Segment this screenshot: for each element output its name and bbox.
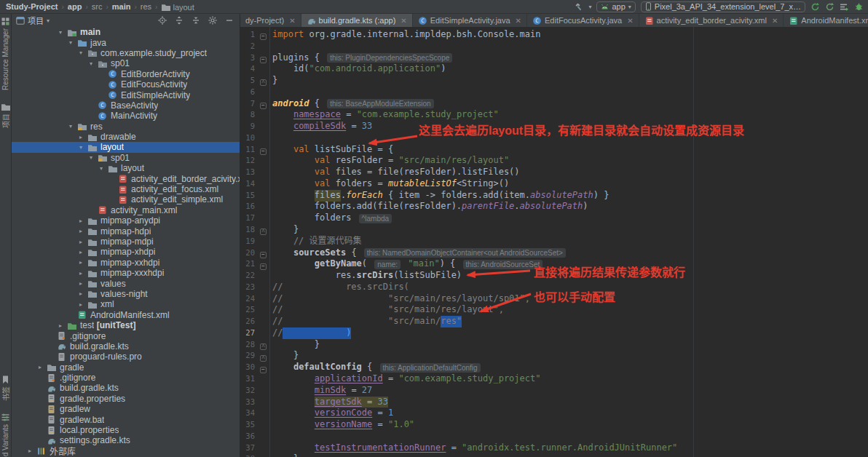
tool-window-button-build-variants[interactable]: Build Variants [1, 413, 10, 457]
debug-bug-icon[interactable] [854, 2, 864, 12]
tree-item[interactable]: gradle.properties [12, 394, 240, 404]
tree-item[interactable]: CBaseActivity [12, 100, 240, 111]
tab-close-icon[interactable]: ✕ [516, 17, 521, 25]
code-line[interactable]: val folders = mutableListOf<String>() [272, 178, 868, 190]
tree-item[interactable]: ▸mipmap-xhdpi [12, 247, 240, 257]
chevron-right-icon[interactable]: ▸ [76, 280, 86, 287]
fold-marker-open-icon[interactable]: − [260, 252, 267, 258]
code-line[interactable] [272, 41, 868, 52]
tree-item[interactable]: ▸mipmap-anydpi [12, 215, 240, 226]
chevron-right-icon[interactable]: ▸ [76, 218, 86, 224]
chevron-right-icon[interactable]: ▸ [76, 228, 86, 234]
fold-marker-end-icon[interactable]: ˄ [260, 355, 267, 362]
code-line[interactable]: namespace = "com.example.study_project" [272, 109, 868, 121]
tree-item[interactable]: CEditFocusActivity [12, 79, 240, 90]
editor-tab[interactable]: CEditSimpleActivity.java✕ [413, 14, 527, 27]
tree-item[interactable]: activity_edit_focus.xml [12, 184, 240, 194]
tree-item[interactable]: ▸mipmap-hdpi [12, 226, 240, 236]
hide-panel-icon[interactable] [225, 16, 234, 25]
tab-close-icon[interactable]: ✕ [627, 17, 633, 25]
code-line[interactable]: } [272, 339, 868, 351]
tree-item[interactable]: ▾java [12, 37, 240, 47]
tree-item[interactable]: .gitignore [12, 373, 240, 383]
fold-marker-open-icon[interactable]: − [260, 103, 267, 109]
editor-tab[interactable]: build.gradle.kts (:app)✕ [301, 14, 413, 27]
tree-item[interactable]: gradlew.bat [12, 414, 240, 424]
chevron-right-icon[interactable]: ▸ [55, 322, 66, 329]
tree-item[interactable]: local.properties [12, 425, 240, 435]
code-line[interactable]: applicationId = "com.example.study_proje… [272, 373, 868, 385]
code-line[interactable]: minSdk = 27 [272, 385, 868, 397]
chevron-down-icon[interactable]: ▾ [76, 144, 86, 151]
tree-item[interactable]: activity_main.xml [12, 205, 240, 215]
tree-item[interactable]: ▸test [unitTest] [12, 320, 240, 330]
tool-window-button-bookmark[interactable]: 书签 [0, 375, 11, 401]
chevron-right-icon[interactable]: ▸ [76, 270, 86, 277]
chevron-right-icon[interactable]: ▸ [76, 134, 86, 140]
tree-item[interactable]: proguard-rules.pro [12, 351, 240, 362]
tree-item[interactable]: ▸drawable [12, 132, 240, 142]
tree-item[interactable]: ▸values [12, 278, 240, 288]
code-line[interactable]: plugins { this: PluginDependenciesSpecSc… [272, 52, 868, 64]
build-dropdown-arrow[interactable]: ▾ [588, 4, 591, 10]
tab-close-icon[interactable]: ✕ [289, 17, 295, 25]
collapse-all-icon[interactable] [192, 16, 200, 25]
chevron-down-icon[interactable]: ▾ [55, 29, 66, 36]
code-line[interactable]: sourceSets { this: NamedDomainObjectCont… [272, 247, 868, 259]
code-line[interactable]: versionName = "1.0" [272, 419, 868, 431]
tree-item[interactable]: gradlew [12, 404, 240, 414]
tab-close-icon[interactable]: ✕ [401, 17, 406, 25]
tool-window-button-project[interactable]: 项目 [0, 102, 11, 128]
code-line[interactable]: targetSdk = 33 [272, 397, 868, 408]
fold-marker-open-icon[interactable]: − [260, 263, 267, 270]
code-line[interactable]: } [272, 350, 868, 362]
device-select[interactable]: Pixel_3a_API_34_extension_level_7_x… [641, 1, 805, 12]
code-line[interactable]: import org.gradle.internal.impldep.bsh.C… [272, 29, 868, 41]
chevron-right-icon[interactable]: ▸ [25, 448, 35, 454]
breadcrumb-item-src[interactable]: src [92, 2, 103, 11]
code-line[interactable]: // ) [272, 327, 868, 339]
chevron-right-icon[interactable]: ▸ [76, 259, 86, 266]
tree-item[interactable]: ▾res [12, 122, 240, 132]
tree-item[interactable]: CEditBorderActivity [12, 69, 240, 79]
tree-item[interactable]: build.gradle.kts [12, 383, 240, 393]
chevron-down-icon[interactable]: ▾ [96, 165, 106, 172]
tree-item[interactable]: ▸mipmap-mdpi [12, 237, 240, 247]
tree-item[interactable]: ▾sp01 [12, 58, 240, 68]
tree-item[interactable]: build.gradle.kts [12, 341, 240, 351]
code-line[interactable]: id("com.android.application") [272, 63, 868, 75]
code-line[interactable]: defaultConfig { this: ApplicationDefault… [272, 362, 868, 373]
chevron-right-icon[interactable]: ▸ [76, 239, 86, 245]
tree-item[interactable]: ▾main [12, 27, 240, 37]
tree-item[interactable]: ▸gradle [12, 362, 240, 373]
chevron-right-icon[interactable]: ▸ [76, 290, 86, 297]
breadcrumb-item-res[interactable]: res [141, 2, 151, 11]
editor-tab[interactable]: dy-Project)✕ [240, 14, 301, 27]
chevron-down-icon[interactable]: ▾ [66, 39, 76, 46]
tree-item[interactable]: ▾layout [12, 163, 240, 173]
code-line[interactable]: val files = file(resFolder).listFiles() [272, 167, 868, 178]
code-line[interactable]: val resFolder = "src/main/res/layout" [272, 155, 868, 167]
editor-tab[interactable]: AndroidManifest.xml✕ [784, 14, 868, 27]
tree-item[interactable]: ▸mipmap-xxxhdpi [12, 268, 240, 278]
code-line[interactable]: // "src/main/res/layout", [272, 304, 868, 316]
build-hammer-icon[interactable] [574, 2, 583, 12]
code-line[interactable]: } [272, 453, 868, 457]
expand-all-icon[interactable] [175, 16, 184, 25]
code-line[interactable] [272, 87, 868, 98]
code-editor[interactable]: 1234567891011121314151617181920212223242… [240, 27, 868, 457]
tree-item[interactable]: ▸xml [12, 299, 240, 309]
breadcrumb-item-main[interactable]: main [112, 2, 131, 11]
profiler-icon[interactable] [840, 2, 849, 12]
run-restart-icon[interactable] [810, 2, 820, 12]
run-config-select[interactable]: app ▾ [596, 1, 635, 12]
chevron-right-icon[interactable]: ▸ [35, 364, 45, 370]
breadcrumb-item-study-project[interactable]: Study-Project [6, 2, 58, 11]
code-line[interactable]: // "src/main/res" [272, 316, 868, 327]
code-line[interactable]: } [272, 224, 868, 236]
fold-marker-open-icon[interactable]: − [260, 367, 267, 373]
editor-tab[interactable]: activity_edit_border_acivity.xml✕ [639, 14, 784, 27]
code-line[interactable]: folders.add(file(resFolder).parentFile.a… [272, 201, 868, 212]
code-line[interactable]: folders ^lambda [272, 212, 868, 224]
chevron-down-icon[interactable]: ▾ [76, 49, 86, 56]
